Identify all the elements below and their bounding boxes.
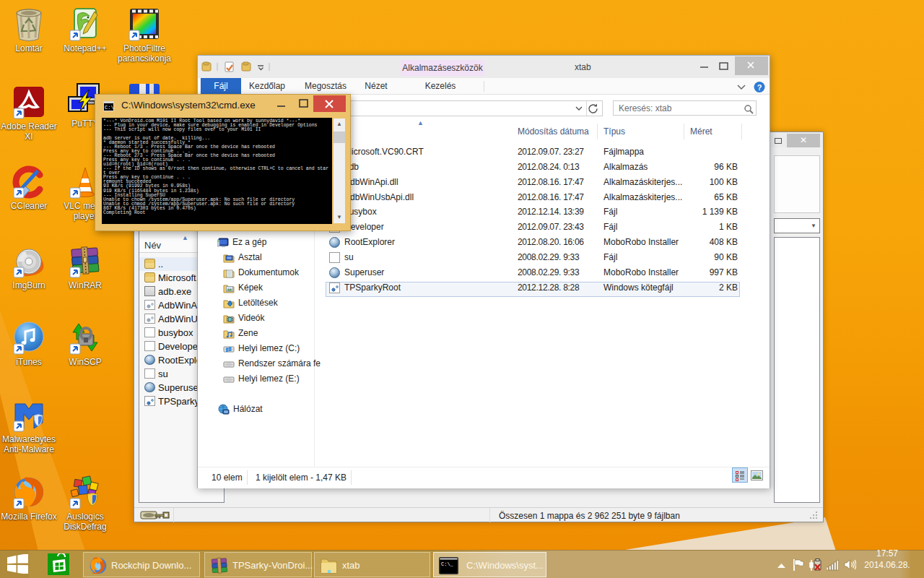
svg-text:C:\: C:\ — [105, 105, 114, 111]
svg-text:C:\_: C:\_ — [441, 561, 454, 567]
svg-text:?: ? — [757, 83, 762, 92]
